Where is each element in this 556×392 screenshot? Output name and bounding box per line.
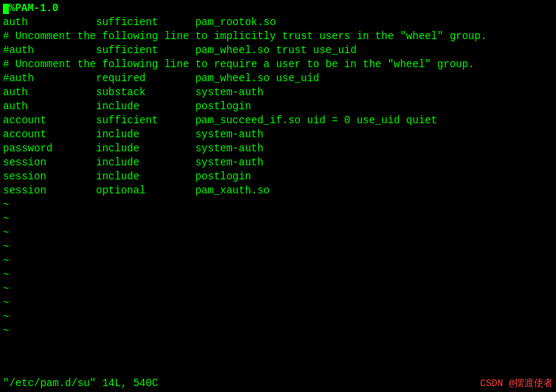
content-line-8: account sufficient pam_succeed_if.so uid…	[3, 114, 553, 128]
content-line-2: # Uncomment the following line to implic…	[3, 30, 553, 44]
content-line-6: auth substack system-auth	[3, 86, 553, 100]
content-line-5: #auth required pam_wheel.so use_uid	[3, 72, 553, 86]
content-line-11: session include system-auth	[3, 156, 553, 170]
tilde-8: ~	[3, 296, 553, 310]
content-line-10: password include system-auth	[3, 142, 553, 156]
status-left: "/etc/pam.d/su" 14L, 540C	[3, 376, 158, 391]
content-line-9: account include system-auth	[3, 128, 553, 142]
tilde-7: ~	[3, 282, 553, 296]
status-right: CSDN @摆渡使者	[480, 376, 553, 391]
tilde-9: ~	[3, 310, 553, 324]
content-line-7: auth include postlogin	[3, 100, 553, 114]
content-line-3: #auth sufficient pam_wheel.so trust use_…	[3, 44, 553, 58]
status-bar: "/etc/pam.d/su" 14L, 540C CSDN @摆渡使者	[0, 375, 556, 392]
content-line-13: session optional pam_xauth.so	[3, 184, 553, 198]
tilde-5: ~	[3, 254, 553, 268]
tilde-2: ~	[3, 212, 553, 226]
tilde-4: ~	[3, 240, 553, 254]
content-line-4: # Uncomment the following line to requir…	[3, 58, 553, 72]
terminal-window: %PAM-1.0 auth sufficient pam_rootok.so #…	[0, 0, 556, 392]
tilde-6: ~	[3, 268, 553, 282]
tilde-10: ~	[3, 324, 553, 338]
title-line: %PAM-1.0	[3, 1, 553, 16]
tilde-3: ~	[3, 226, 553, 240]
tilde-1: ~	[3, 198, 553, 212]
content-line-1: auth sufficient pam_rootok.so	[3, 16, 553, 30]
title-text: %PAM-1.0	[9, 2, 58, 14]
content-line-12: session include postlogin	[3, 170, 553, 184]
